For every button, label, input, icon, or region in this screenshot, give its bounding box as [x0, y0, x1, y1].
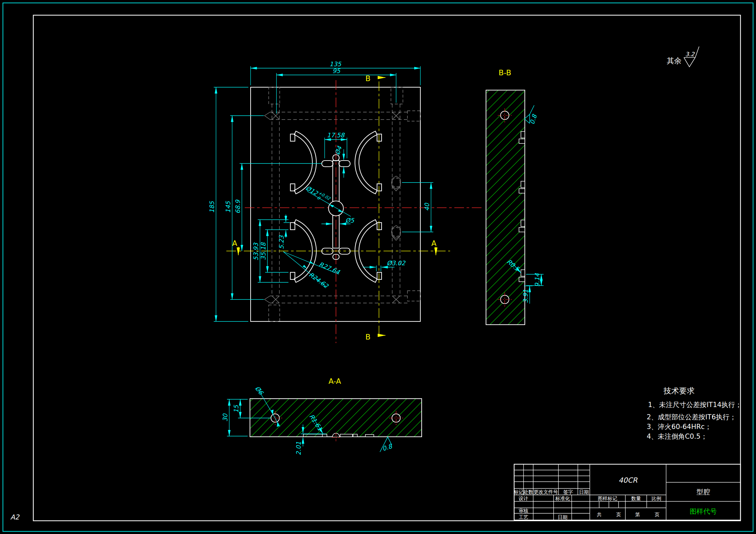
bb-plate — [486, 90, 525, 325]
drawing-svg: A2 其余 3.2 — [0, 0, 756, 534]
drawing-frame: A2 — [3, 3, 753, 531]
dim-vpitch: 145 — [225, 201, 231, 213]
aa-dim-hole: Ø6 — [254, 385, 265, 396]
tb-scale: 比例 — [652, 496, 661, 501]
tb-sign: 签字 — [563, 489, 573, 495]
tb-code: 图样代号 — [690, 507, 717, 515]
main-view: 135 95 185 145 68.9 53.93 35.18 5.23 17.… — [208, 61, 482, 343]
dim-tab-dia: Ø3.02 — [387, 259, 406, 267]
tech-item-4: 4、未注倒角C0.5； — [647, 433, 707, 440]
dim-radius-inner: R24.62 — [308, 271, 330, 290]
dim-ball-dia: Ø12+0.020 — [304, 184, 332, 205]
section-aa-view: A-A 30 1 — [222, 377, 422, 455]
aa-finish-value: 0.8 — [381, 442, 393, 452]
tb-design: 设计 — [518, 496, 528, 501]
clip-upper-left — [294, 131, 316, 194]
tech-item-2: 2、成型部位公差按IT6执行； — [647, 413, 736, 421]
tb-material: 40CR — [619, 476, 638, 484]
dim-arm-dia: Ø4 — [334, 145, 343, 156]
tech-title: 技术要求 — [663, 386, 694, 395]
section-bb-view: B-B R0.5 9.14 3.91 0.8 — [486, 68, 544, 325]
tb-count: 处数 — [524, 489, 533, 495]
clip-upper-right — [355, 131, 377, 194]
pipe-plug-hex-icon — [392, 176, 401, 240]
tech-requirements: 技术要求 1、未注尺寸公差按IT14执行； 2、成型部位公差按IT6执行； 3、… — [647, 386, 742, 440]
section-a-label-right: A — [431, 239, 437, 247]
bb-dim-offset: 3.91 — [522, 290, 529, 303]
bb-dim-notch: 9.14 — [533, 273, 541, 287]
dim-stem-dia: Ø5 — [345, 217, 354, 224]
dim-width: 135 — [330, 61, 341, 67]
section-b-label-top: B — [365, 74, 370, 83]
aa-dim-groove: 2.01 — [295, 442, 302, 455]
aa-dim-depth: 15 — [232, 405, 240, 413]
dim-radius-outer: R27.64 — [318, 260, 341, 276]
tb-date: 日期 — [579, 489, 589, 495]
tech-item-3: 3、淬火60-64HRc； — [647, 423, 711, 431]
surface-note-value: 3.2 — [685, 51, 695, 58]
dim-clip-height: 53.93 — [252, 242, 259, 260]
tb-process: 工艺 — [519, 514, 528, 520]
surface-note-prefix: 其余 — [667, 57, 682, 65]
section-a-label-left: A — [232, 239, 237, 247]
title-block: 标记 处数 更改文件号 签字 日期 设计 标准化 审核 工艺 日期 图样标记 数… — [513, 464, 741, 520]
section-aa-title: A-A — [329, 377, 341, 385]
tb-standard: 标准化 — [555, 496, 570, 501]
dim-tab-length: 5.23 — [278, 235, 285, 249]
sprue-ball — [329, 201, 343, 216]
dim-t-width: 17.58 — [327, 132, 345, 139]
tb-mark: 标记 — [513, 489, 524, 495]
tb-page2: 页 — [655, 512, 660, 518]
aa-dim-thickness: 30 — [222, 413, 229, 421]
tb-page: 页 — [616, 512, 621, 518]
tb-stamp: 图样标记 — [598, 496, 617, 501]
dim-runner-span: 68.9 — [234, 199, 241, 214]
section-bb-title: B-B — [499, 68, 511, 77]
sheet-format-label: A2 — [10, 513, 20, 521]
section-b-label-bottom: B — [365, 333, 370, 341]
tb-check: 审核 — [519, 508, 528, 514]
dim-clip-inner: 35.18 — [260, 242, 267, 260]
outer-border — [3, 3, 753, 531]
tb-date2: 日期 — [558, 514, 567, 520]
tech-item-1: 1、未注尺寸公差按IT14执行； — [648, 401, 742, 409]
dim-height: 185 — [208, 201, 215, 213]
dim-hex-span: 40 — [423, 203, 430, 211]
dim-pitch: 95 — [333, 67, 340, 74]
cad-drawing-sheet: A2 其余 3.2 — [0, 0, 756, 534]
main-dimension-texts: 135 95 185 145 68.9 53.93 35.18 5.23 17.… — [208, 61, 430, 290]
tb-qty: 数量 — [631, 496, 641, 501]
surface-note: 其余 3.2 — [667, 46, 699, 67]
tb-no: 第 — [635, 512, 640, 518]
tb-part-name: 型腔 — [696, 488, 710, 496]
tb-doc: 更改文件号 — [534, 489, 558, 495]
tb-total: 共 — [597, 512, 602, 518]
